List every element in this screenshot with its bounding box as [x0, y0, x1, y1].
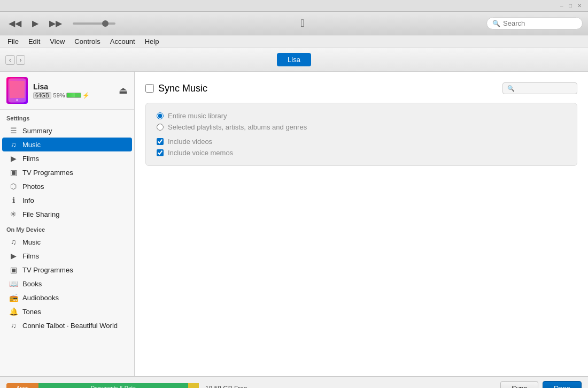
- sidebar-item-info[interactable]: ℹ Info: [2, 193, 132, 207]
- sidebar-label-music: Music: [22, 141, 41, 149]
- storage-bar-container: Apps Documents & Data 18.58 GB Free: [6, 383, 494, 389]
- search-box[interactable]: 🔍: [486, 17, 583, 29]
- menu-view[interactable]: View: [45, 36, 69, 47]
- apps-label: Apps: [17, 385, 29, 388]
- dev-tones-icon: 🔔: [9, 307, 18, 316]
- svg-point-2: [16, 99, 18, 101]
- menu-account[interactable]: Account: [106, 36, 140, 47]
- done-button[interactable]: Done: [543, 381, 582, 388]
- storage-badge: 64GB: [33, 92, 51, 99]
- back-button[interactable]: ‹: [5, 55, 15, 65]
- main-layout: Lisa 64GB 59% ⚡ ⏏ Settings ☰ Summary: [0, 72, 588, 376]
- menu-edit[interactable]: Edit: [24, 36, 44, 47]
- options-box: Entire music library Selected playlists,…: [145, 103, 577, 166]
- menu-controls[interactable]: Controls: [70, 36, 104, 47]
- dev-films-icon: ▶: [9, 252, 18, 260]
- forward-button[interactable]: ›: [16, 55, 26, 65]
- sidebar-label-summary: Summary: [22, 127, 52, 135]
- eject-icon[interactable]: ⏏: [119, 85, 128, 96]
- battery-percent: 59%: [53, 92, 65, 98]
- content-search-icon: 🔍: [507, 85, 515, 92]
- checkbox-voice[interactable]: Include voice memos: [157, 149, 566, 157]
- segment-apps: Apps: [6, 383, 38, 389]
- content-search-input[interactable]: [517, 85, 570, 92]
- segment-docs: Documents & Data: [38, 383, 188, 389]
- dev-connie-icon: ♫: [9, 321, 18, 330]
- battery-bar: 59% ⚡: [53, 92, 90, 99]
- sidebar-label-dev-tones: Tones: [22, 308, 41, 316]
- sidebar-item-dev-connie[interactable]: ♫ Connie Talbot · Beautiful World: [2, 318, 132, 332]
- radio-entire-library[interactable]: Entire music library: [157, 112, 566, 120]
- dev-audiobooks-icon: 📻: [9, 293, 18, 302]
- minimize-button[interactable]: –: [560, 3, 567, 9]
- filesharing-icon: ✳: [9, 210, 18, 218]
- sidebar-item-filesharing[interactable]: ✳ File Sharing: [2, 207, 132, 221]
- prev-button[interactable]: ◀◀: [5, 17, 25, 29]
- sidebar-item-music[interactable]: ♫ Music: [2, 138, 132, 151]
- settings-header: Settings: [0, 110, 134, 124]
- ondevice-header: On My Device: [0, 221, 134, 235]
- titlebar-left: ◀◀ ▶ ▶▶: [5, 17, 119, 29]
- battery-fill: [66, 93, 81, 98]
- docs-label: Documents & Data: [91, 385, 136, 388]
- sidebar-item-films[interactable]: ▶ Films: [2, 151, 132, 165]
- info-icon: ℹ: [9, 196, 18, 204]
- volume-slider[interactable]: [73, 22, 115, 25]
- checkbox-videos-input[interactable]: [157, 138, 164, 145]
- dev-tv-icon: ▣: [9, 265, 18, 274]
- device-button[interactable]: Lisa: [277, 53, 311, 66]
- sidebar: Lisa 64GB 59% ⚡ ⏏ Settings ☰ Summary: [0, 72, 135, 376]
- photos-icon: ⬡: [9, 182, 18, 191]
- checkbox-group: Include videos Include voice memos: [157, 138, 566, 157]
- svg-rect-1: [10, 81, 25, 98]
- titlebar-right: 🔍: [486, 17, 583, 29]
- sync-music-checkbox[interactable]: [145, 84, 154, 93]
- menu-help[interactable]: Help: [141, 36, 164, 47]
- search-icon: 🔍: [492, 20, 500, 27]
- maximize-button[interactable]: □: [569, 3, 575, 9]
- sidebar-label-dev-films: Films: [22, 252, 39, 260]
- sidebar-item-summary[interactable]: ☰ Summary: [2, 124, 132, 138]
- sidebar-label-dev-music: Music: [22, 238, 41, 246]
- checkbox-voice-input[interactable]: [157, 149, 164, 156]
- sidebar-item-dev-tones[interactable]: 🔔 Tones: [2, 305, 132, 318]
- device-section: Lisa 64GB 59% ⚡ ⏏: [0, 72, 134, 110]
- radio-entire-input[interactable]: [157, 112, 164, 119]
- sync-title: Sync Music: [145, 83, 207, 94]
- play-button[interactable]: ▶: [29, 17, 42, 29]
- bottom-bar: Apps Documents & Data 18.58 GB Free Sync…: [0, 376, 588, 388]
- sidebar-label-dev-tv: TV Programmes: [22, 266, 73, 274]
- checkbox-videos-label: Include videos: [168, 138, 212, 146]
- menubar: File Edit View Controls Account Help: [0, 35, 588, 48]
- apple-logo-icon: : [300, 17, 304, 29]
- next-button[interactable]: ▶▶: [46, 17, 65, 29]
- bottom-buttons: Sync Done: [500, 381, 582, 388]
- sidebar-item-dev-music[interactable]: ♫ Music: [2, 235, 132, 249]
- device-meta: 64GB 59% ⚡: [33, 92, 113, 99]
- dev-books-icon: 📖: [9, 279, 18, 288]
- sync-music-label: Sync Music: [158, 83, 207, 94]
- window-control-bar: – □ ✕: [0, 0, 588, 12]
- radio-selected-input[interactable]: [157, 124, 164, 131]
- device-info: Lisa 64GB 59% ⚡: [33, 82, 113, 99]
- segment-other: [188, 383, 199, 389]
- sidebar-item-tv[interactable]: ▣ TV Programmes: [2, 165, 132, 179]
- sidebar-item-photos[interactable]: ⬡ Photos: [2, 179, 132, 193]
- content-area: Sync Music 🔍 Entire music library Select…: [135, 72, 588, 376]
- search-input[interactable]: [503, 19, 572, 27]
- sync-button[interactable]: Sync: [500, 381, 538, 388]
- close-button[interactable]: ✕: [577, 3, 584, 9]
- device-thumbnail: [6, 77, 28, 104]
- radio-selected[interactable]: Selected playlists, artists, albums and …: [157, 123, 566, 131]
- tv-icon: ▣: [9, 168, 18, 177]
- checkbox-videos[interactable]: Include videos: [157, 138, 566, 146]
- summary-icon: ☰: [9, 126, 18, 135]
- sidebar-item-dev-films[interactable]: ▶ Films: [2, 249, 132, 263]
- content-search[interactable]: 🔍: [502, 82, 577, 94]
- sidebar-item-dev-tv[interactable]: ▣ TV Programmes: [2, 263, 132, 277]
- sidebar-item-dev-audiobooks[interactable]: 📻 Audiobooks: [2, 291, 132, 305]
- sidebar-item-dev-books[interactable]: 📖 Books: [2, 277, 132, 291]
- menu-file[interactable]: File: [3, 36, 23, 47]
- sidebar-label-filesharing: File Sharing: [22, 210, 59, 218]
- sidebar-label-dev-books: Books: [22, 280, 42, 288]
